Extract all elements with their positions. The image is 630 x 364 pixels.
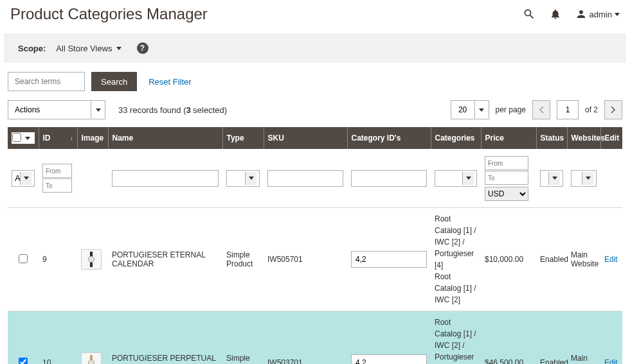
search-icon[interactable] <box>523 8 536 21</box>
page-title: Product Categories Manager <box>10 5 208 23</box>
filter-sku[interactable] <box>267 170 343 187</box>
cell-price: $46,500.00 <box>481 311 536 365</box>
user-menu[interactable]: admin <box>575 8 620 20</box>
col-id[interactable]: ID↓ <box>39 127 77 149</box>
filter-check-select[interactable] <box>12 170 35 187</box>
col-category-ids[interactable]: Category ID's <box>347 127 431 149</box>
user-icon <box>575 8 587 20</box>
filter-websites[interactable] <box>571 170 597 187</box>
col-image: Image <box>77 127 108 149</box>
cell-name: PORTUGIESER PERPETUAL CALENDAR 44 <box>108 311 222 365</box>
search-input[interactable] <box>8 72 85 91</box>
cell-id: 10 <box>39 311 77 365</box>
per-page-input[interactable] <box>451 100 475 119</box>
chevron-down-icon <box>615 13 620 16</box>
cell-status: Enabled <box>536 208 567 311</box>
cell-status: Enabled <box>536 311 567 365</box>
filter-category-ids[interactable] <box>351 170 427 187</box>
help-icon[interactable]: ? <box>137 42 148 54</box>
scope-label: Scope: <box>18 44 46 53</box>
filter-categories[interactable] <box>435 170 477 187</box>
scope-select[interactable]: All Store Views <box>56 44 121 53</box>
actions-dropdown-button[interactable] <box>91 100 105 119</box>
cell-category-ids-input[interactable] <box>351 354 427 364</box>
col-status[interactable]: Status <box>536 127 567 149</box>
filter-currency[interactable]: USD <box>485 187 528 201</box>
table-row[interactable]: 9PORTUGIESER ETERNAL CALENDARSimple Prod… <box>8 208 622 311</box>
actions-select[interactable]: Actions <box>8 100 91 119</box>
cell-website: Main Website <box>567 208 600 311</box>
cell-type: Simple Product <box>222 311 264 365</box>
cell-sku: IW503701 <box>264 311 347 365</box>
table-row[interactable]: 10PORTUGIESER PERPETUAL CALENDAR 44Simpl… <box>8 311 622 365</box>
col-type[interactable]: Type <box>222 127 264 149</box>
col-websites[interactable]: Websites <box>567 127 600 149</box>
cell-categories: Root Catalog [1] / IWC [2] / Portugieser… <box>431 208 481 311</box>
table-header-row: ID↓ Image Name Type SKU Category ID's Ca… <box>8 127 622 149</box>
col-price[interactable]: Price <box>481 127 536 149</box>
chevron-down-icon <box>116 47 122 50</box>
bell-icon[interactable] <box>550 8 561 20</box>
cell-website: Main Website <box>567 311 600 365</box>
per-page-label: per page <box>496 105 526 114</box>
reset-filter-link[interactable]: Reset Filter <box>148 77 191 87</box>
col-name[interactable]: Name <box>108 127 222 149</box>
edit-link[interactable]: Edit <box>604 255 618 264</box>
col-categories[interactable]: Categories <box>431 127 481 149</box>
cell-category-ids-input[interactable] <box>351 251 427 268</box>
filter-id-from[interactable] <box>42 164 72 178</box>
product-thumb <box>81 352 102 364</box>
cell-id: 9 <box>39 208 77 311</box>
filter-price-to[interactable] <box>485 171 528 185</box>
cell-name: PORTUGIESER ETERNAL CALENDAR <box>108 208 222 311</box>
per-page-dropdown[interactable] <box>475 100 489 119</box>
filter-status[interactable] <box>540 170 563 187</box>
col-sku[interactable]: SKU <box>264 127 347 149</box>
row-checkbox[interactable] <box>19 358 28 365</box>
search-button[interactable]: Search <box>91 72 137 91</box>
next-page-button[interactable] <box>604 100 622 119</box>
cell-sku: IW505701 <box>264 208 347 311</box>
user-label: admin <box>590 10 612 19</box>
product-thumb <box>81 249 102 270</box>
page-total: of 2 <box>585 105 598 114</box>
filter-row: USD <box>8 149 622 208</box>
records-found: 33 records found (3 selected) <box>118 105 227 115</box>
filter-type[interactable] <box>226 170 260 187</box>
prev-page-button[interactable] <box>532 100 550 119</box>
col-checkbox[interactable] <box>8 127 39 149</box>
page-input[interactable] <box>557 100 579 119</box>
cell-categories: Root Catalog [1] / IWC [2] / Portugieser… <box>431 311 481 365</box>
filter-price-from[interactable] <box>485 156 528 170</box>
cell-type: Simple Product <box>222 208 264 311</box>
cell-price: $10,000.00 <box>481 208 536 311</box>
edit-link[interactable]: Edit <box>604 358 618 364</box>
filter-name[interactable] <box>112 170 219 187</box>
filter-id-to[interactable] <box>42 178 72 193</box>
row-checkbox[interactable] <box>19 254 28 263</box>
